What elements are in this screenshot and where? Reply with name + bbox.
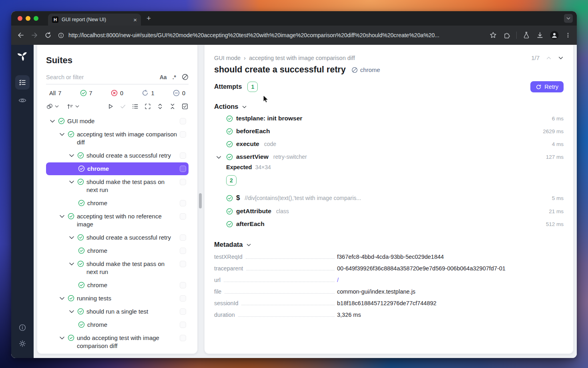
minimize-window-button[interactable]	[26, 16, 30, 21]
run-tests-icon[interactable]	[107, 103, 114, 110]
tree-row-label[interactable]: should create a successful retry	[86, 234, 177, 242]
extensions-icon[interactable]	[503, 31, 511, 39]
tree-row-label[interactable]: chrome	[87, 165, 177, 173]
browsers-filter-dropdown[interactable]	[46, 103, 59, 110]
chevron-down-icon[interactable]	[216, 154, 222, 160]
filter-retried[interactable]: 1	[142, 90, 154, 96]
list-view-icon[interactable]	[132, 103, 139, 110]
metadata-section-header[interactable]: Metadata	[214, 241, 564, 248]
browser-badge[interactable]: chrome	[351, 66, 380, 73]
tree-row-label[interactable]: GUI mode	[67, 117, 177, 125]
accept-check-icon[interactable]	[119, 103, 126, 110]
tree-row-checkbox[interactable]	[180, 131, 186, 138]
settings-gear-icon[interactable]	[18, 340, 26, 348]
breadcrumb-subsuite[interactable]: accepting test with image comparison dif…	[249, 55, 355, 61]
tree-row-checkbox[interactable]	[180, 322, 186, 328]
tree-row-checkbox[interactable]	[180, 335, 186, 341]
tree-row-label[interactable]: undo accepting test with image compariso…	[77, 334, 177, 350]
attempt-2-button[interactable]: 2	[226, 175, 237, 186]
filter-all[interactable]: All 7	[49, 90, 61, 96]
tree-row[interactable]: accepting test with image comparison dif…	[46, 128, 189, 149]
tree-row-checkbox[interactable]	[180, 234, 186, 241]
tree-row-checkbox[interactable]	[180, 118, 186, 124]
info-icon[interactable]	[18, 324, 26, 332]
match-case-button[interactable]: Aa	[160, 74, 167, 80]
new-tab-button[interactable]: +	[146, 14, 151, 23]
filter-skipped[interactable]: 0	[173, 90, 185, 96]
chevron-down-icon[interactable]	[59, 131, 65, 138]
chevron-down-icon[interactable]	[59, 213, 65, 220]
tree-row[interactable]: chrome	[46, 162, 189, 175]
close-window-button[interactable]	[18, 16, 22, 21]
tree-row-checkbox[interactable]	[180, 213, 186, 220]
actions-section-header[interactable]: Actions	[214, 103, 564, 110]
tree-row-checkbox[interactable]	[180, 248, 186, 254]
regex-button[interactable]: .*	[173, 74, 176, 80]
tree-row-label[interactable]: chrome	[87, 281, 177, 289]
sidebar-item-suites[interactable]	[15, 75, 30, 90]
action-row[interactable]: afterEach 512 ms	[214, 218, 564, 230]
breadcrumb-suite[interactable]: GUI mode	[214, 55, 241, 61]
tree-row-label[interactable]: chrome	[87, 199, 177, 207]
tree-row[interactable]: GUI mode	[46, 115, 189, 128]
tree-row[interactable]: chrome	[46, 279, 189, 292]
sidebar-item-visual-checks[interactable]	[18, 96, 27, 105]
next-test-chevron-icon[interactable]	[558, 55, 564, 61]
chevron-down-icon[interactable]	[59, 295, 65, 302]
tree-row[interactable]: chrome	[46, 197, 189, 210]
fullscreen-window-button[interactable]	[34, 16, 38, 21]
sort-dropdown[interactable]	[66, 103, 80, 110]
tree-row[interactable]: should make the test pass on next run	[46, 176, 189, 196]
chevron-down-icon[interactable]	[68, 234, 75, 241]
tree-row-label[interactable]: should create a successful retry	[86, 152, 177, 160]
tree-row-label[interactable]: running tests	[77, 294, 177, 302]
back-icon[interactable]	[17, 31, 25, 39]
suites-scrollbar-thumb[interactable]	[199, 193, 202, 208]
tree-row[interactable]: should make the test pass on next run	[46, 258, 189, 278]
tree-row-checkbox[interactable]	[180, 166, 186, 172]
tree-row-label[interactable]: chrome	[87, 247, 177, 255]
action-row[interactable]: assertView retry-switcher 127 ms	[214, 150, 564, 163]
action-row[interactable]: execute code 4 ms	[214, 138, 564, 150]
chevron-down-icon[interactable]	[68, 261, 75, 267]
url-text[interactable]: http://localhost:8000/new-ui#/suites/GUI…	[68, 32, 439, 38]
prev-test-chevron-icon[interactable]	[546, 55, 552, 61]
tree-row-checkbox[interactable]	[180, 179, 186, 185]
chevron-down-icon[interactable]	[59, 335, 65, 341]
tree-row-label[interactable]: should run a single test	[86, 308, 177, 316]
address-bar[interactable]: http://localhost:8000/new-ui#/suites/GUI…	[58, 32, 484, 39]
action-row[interactable]: $ //div[contains(text(),'test with image…	[214, 191, 564, 205]
tree-row[interactable]: chrome	[46, 318, 189, 331]
tree-row-checkbox[interactable]	[180, 282, 186, 288]
attempt-1-button[interactable]: 1	[247, 82, 258, 92]
chevron-down-icon[interactable]	[68, 152, 75, 159]
profile-avatar-icon[interactable]	[550, 30, 559, 40]
tree-row-checkbox[interactable]	[180, 261, 186, 267]
filter-failed[interactable]: 0	[111, 90, 123, 96]
collapse-all-icon[interactable]	[169, 103, 176, 110]
search-input[interactable]	[46, 74, 154, 80]
tab-search-chevron-icon[interactable]	[564, 14, 573, 23]
action-row[interactable]: testplane: init browser 6 ms	[214, 112, 564, 125]
retry-button[interactable]: Retry	[530, 81, 564, 92]
action-row[interactable]: beforeEach 2629 ms	[214, 125, 564, 138]
tree-row-label[interactable]: should make the test pass on next run	[86, 178, 177, 194]
menu-dots-icon[interactable]	[565, 31, 571, 39]
tree-row-checkbox[interactable]	[180, 308, 186, 315]
reload-icon[interactable]	[44, 31, 52, 39]
tree-row[interactable]: accepting test with no reference image	[46, 210, 189, 231]
tree-row-label[interactable]: accepting test with no reference image	[77, 212, 177, 228]
site-info-icon[interactable]	[58, 32, 64, 39]
tree-row[interactable]: running tests	[46, 292, 189, 305]
focus-selection-icon[interactable]	[144, 103, 151, 110]
labs-flask-icon[interactable]	[522, 31, 530, 39]
tree-row-checkbox[interactable]	[180, 152, 186, 159]
tree-row[interactable]: undo accepting test with image compariso…	[46, 332, 189, 352]
filter-passed[interactable]: 7	[80, 90, 92, 96]
action-row[interactable]: getAttribute class 21 ms	[214, 205, 564, 218]
close-tab-icon[interactable]: ×	[133, 17, 137, 23]
bookmark-star-icon[interactable]	[489, 31, 497, 39]
tree-row-label[interactable]: should make the test pass on next run	[86, 260, 177, 276]
forward-icon[interactable]	[30, 31, 38, 39]
tree-row-label[interactable]: chrome	[87, 321, 177, 329]
